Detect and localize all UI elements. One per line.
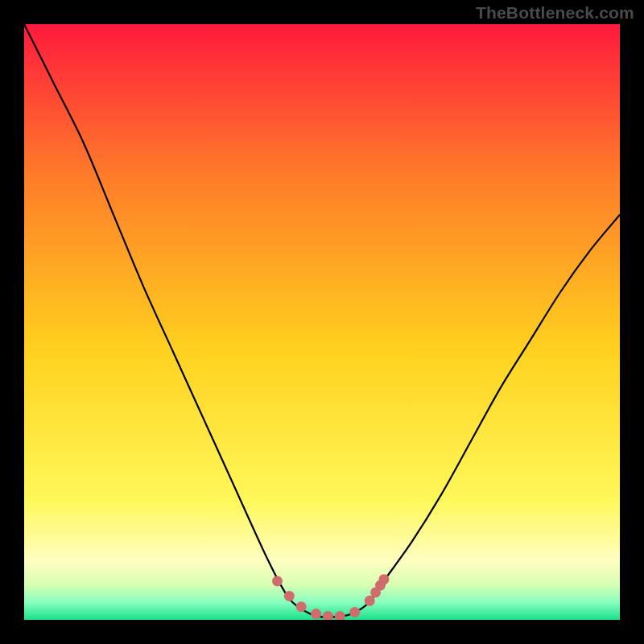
curve-marker [378, 574, 389, 584]
curve-marker [284, 591, 295, 601]
curve-marker [272, 576, 283, 586]
curve-marker [296, 601, 307, 612]
chart-plot-area [24, 24, 620, 620]
chart-svg [24, 24, 620, 620]
chart-frame: TheBottleneck.com [0, 0, 644, 644]
gradient-background [24, 24, 620, 620]
curve-marker [311, 609, 321, 619]
curve-marker [349, 607, 360, 617]
watermark-text: TheBottleneck.com [476, 3, 634, 23]
